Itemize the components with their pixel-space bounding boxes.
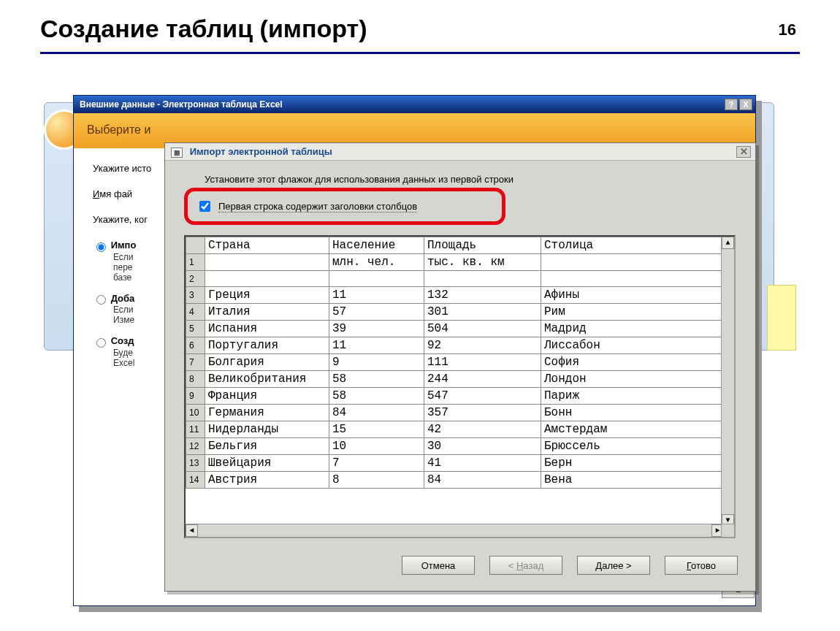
cell: 7 <box>329 455 424 472</box>
cell: 8 <box>329 472 424 489</box>
cancel-button[interactable]: Отмена <box>402 556 475 575</box>
cell: Великобритания <box>205 371 329 388</box>
table-row[interactable]: 10Германия84357Бонн <box>186 405 726 421</box>
row-number: 5 <box>186 321 205 337</box>
row-number: 12 <box>186 438 205 455</box>
cell: Брюссель <box>541 438 726 455</box>
cell: Греция <box>205 287 329 304</box>
first-row-headers-label: Первая строка содержит заголовки столбцо… <box>218 201 417 213</box>
cell: Мадрид <box>541 321 726 337</box>
option-append-radio[interactable] <box>96 295 106 305</box>
row-number: 2 <box>186 271 205 287</box>
col-area[interactable]: Площадь <box>424 237 541 254</box>
cell: 244 <box>424 371 541 388</box>
table-row[interactable]: 2 <box>186 271 726 287</box>
cell: Париж <box>541 388 726 405</box>
row-number: 13 <box>186 455 205 472</box>
table-row[interactable]: 12Бельгия1030Брюссель <box>186 438 726 455</box>
table-row[interactable]: 14Австрия884Вена <box>186 472 726 489</box>
cell <box>205 271 329 287</box>
table-row[interactable]: 9Франция58547Париж <box>186 388 726 405</box>
row-number: 3 <box>186 287 205 304</box>
back-button[interactable]: < Назад <box>489 556 562 575</box>
cell: 84 <box>424 472 541 489</box>
cell: Испания <box>205 321 329 337</box>
cell: 10 <box>329 438 424 455</box>
row-number: 4 <box>186 304 205 321</box>
first-row-headers-checkbox[interactable] <box>199 201 210 212</box>
cell <box>541 254 726 271</box>
scroll-corner <box>721 524 734 537</box>
cell <box>541 271 726 287</box>
cell: млн. чел. <box>329 254 424 271</box>
preview-grid: Страна Население Площадь Столица 1млн. ч… <box>184 235 736 538</box>
dialog-title: Импорт электронной таблицы <box>190 146 332 157</box>
cell: Франция <box>205 388 329 405</box>
cell: 58 <box>329 371 424 388</box>
option-import-radio[interactable] <box>96 242 106 252</box>
scroll-up-icon[interactable]: ▲ <box>722 237 734 249</box>
table-row[interactable]: 3Греция11132Афины <box>186 287 726 304</box>
table-row[interactable]: 1млн. чел.тыс. кв. км <box>186 254 726 271</box>
table-row[interactable]: 11Нидерланды1542Амстердам <box>186 421 726 438</box>
cell: 11 <box>329 287 424 304</box>
cell: 42 <box>424 421 541 438</box>
dialog-titlebar: ▦ Импорт электронной таблицы ✕ <box>165 143 755 161</box>
cell: Бонн <box>541 405 726 421</box>
cell: 357 <box>424 405 541 421</box>
cell: 30 <box>424 438 541 455</box>
next-button[interactable]: Далее > <box>577 556 650 575</box>
cell: 11 <box>329 337 424 354</box>
cell: 504 <box>424 321 541 337</box>
row-number: 6 <box>186 337 205 354</box>
cell <box>329 271 424 287</box>
table-row[interactable]: 7Болгария9111София <box>186 354 726 371</box>
cell: 84 <box>329 405 424 421</box>
table-row[interactable]: 5Испания39504Мадрид <box>186 321 726 337</box>
slide-title: Создание таблиц (импорт) <box>40 15 800 43</box>
cell: Португалия <box>205 337 329 354</box>
data-table: Страна Население Площадь Столица 1млн. ч… <box>186 237 726 489</box>
table-row[interactable]: 13Швейцария741Берн <box>186 455 726 472</box>
slide-number: 16 <box>779 20 796 39</box>
vertical-scrollbar[interactable]: ▲ ▼ <box>721 237 734 527</box>
table-row[interactable]: 8Великобритания58244Лондон <box>186 371 726 388</box>
cell <box>424 271 541 287</box>
col-population[interactable]: Население <box>329 237 424 254</box>
cell: 132 <box>424 287 541 304</box>
help-button[interactable]: ? <box>725 99 738 110</box>
yellow-panel <box>767 285 796 351</box>
cell <box>205 254 329 271</box>
cell: 547 <box>424 388 541 405</box>
title-underline <box>40 52 800 54</box>
cell: Италия <box>205 304 329 321</box>
cell: 92 <box>424 337 541 354</box>
col-capital[interactable]: Столица <box>541 237 726 254</box>
dialog-hint: Установите этот флажок для использования… <box>205 174 736 185</box>
row-number: 1 <box>186 254 205 271</box>
cell: Лиссабон <box>541 337 726 354</box>
cell: 301 <box>424 304 541 321</box>
option-link-radio[interactable] <box>96 338 106 348</box>
cell: 9 <box>329 354 424 371</box>
finish-button[interactable]: Готово <box>665 556 738 575</box>
horizontal-scrollbar[interactable]: ◄ ► <box>186 524 724 537</box>
dialog-close-button[interactable]: ✕ <box>736 146 751 158</box>
import-spreadsheet-dialog: ▦ Импорт электронной таблицы ✕ Установит… <box>164 142 756 592</box>
close-button[interactable]: X <box>739 99 752 110</box>
col-country[interactable]: Страна <box>205 237 329 254</box>
row-number: 10 <box>186 405 205 421</box>
table-icon: ▦ <box>171 148 183 158</box>
cell: Германия <box>205 405 329 421</box>
scroll-left-icon[interactable]: ◄ <box>186 524 198 537</box>
cell: 41 <box>424 455 541 472</box>
cell: Амстердам <box>541 421 726 438</box>
cell: 111 <box>424 354 541 371</box>
first-row-highlight: Первая строка содержит заголовки столбцо… <box>184 188 505 225</box>
option-link-title: Созд <box>111 335 134 346</box>
cell: Австрия <box>205 472 329 489</box>
table-row[interactable]: 4Италия57301Рим <box>186 304 726 321</box>
table-row[interactable]: 6Португалия1192Лиссабон <box>186 337 726 354</box>
cell: Рим <box>541 304 726 321</box>
cell: Афины <box>541 287 726 304</box>
